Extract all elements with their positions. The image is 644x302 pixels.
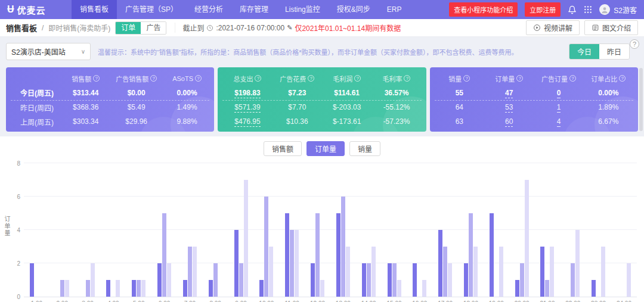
bar-昨日[interactable] — [290, 230, 294, 297]
bar-上周[interactable] — [550, 247, 554, 297]
bar-昨日[interactable] — [213, 263, 218, 297]
bar-昨日[interactable] — [137, 280, 141, 297]
tab-sales-volume[interactable]: 销量 — [349, 141, 380, 156]
bar-上周[interactable] — [525, 180, 529, 297]
bar-昨日[interactable] — [264, 197, 268, 297]
bar-今日[interactable] — [464, 263, 468, 297]
bar-昨日[interactable] — [60, 280, 64, 297]
bar-昨日[interactable] — [315, 213, 320, 297]
bar-今日[interactable] — [413, 263, 417, 297]
yesterday-button[interactable]: 昨日 — [599, 44, 629, 59]
tab-order-count[interactable]: 订单量 — [306, 141, 345, 156]
bar-今日[interactable] — [285, 213, 289, 297]
metric-value[interactable]: 0 — [557, 89, 561, 98]
ad-tab[interactable]: 广告 — [141, 22, 166, 34]
store-select[interactable]: S2演示店-美国站 ∨ — [6, 43, 91, 60]
bar-昨日[interactable] — [520, 263, 524, 297]
bar-上周[interactable] — [141, 280, 145, 297]
doc-intro-button[interactable]: 图文介绍 — [584, 20, 638, 35]
bar-上周[interactable] — [116, 280, 120, 297]
help-icon[interactable]: ? — [516, 75, 523, 82]
bar-今日[interactable] — [30, 263, 34, 297]
bar-今日[interactable] — [592, 280, 596, 297]
bar-昨日[interactable] — [341, 197, 345, 297]
nav-item-listing-monitor[interactable]: Listing监控 — [277, 0, 329, 19]
bar-今日[interactable] — [259, 280, 264, 297]
bar-今日[interactable] — [388, 263, 392, 297]
bar-上周[interactable] — [627, 263, 631, 297]
help-icon[interactable]: ? — [195, 75, 202, 82]
video-guide-button[interactable]: 视频讲解 — [526, 20, 580, 35]
metric-value[interactable]: 4 — [557, 117, 561, 127]
bar-昨日[interactable] — [162, 213, 166, 297]
metric-value[interactable]: 1 — [557, 103, 561, 113]
bar-上周[interactable] — [422, 280, 426, 297]
nav-item-erp[interactable]: ERP — [379, 0, 410, 19]
bar-今日[interactable] — [132, 280, 136, 297]
metric-value[interactable]: 53 — [505, 103, 513, 113]
bar-今日[interactable] — [362, 263, 366, 297]
bar-上周[interactable] — [295, 230, 299, 297]
bar-今日[interactable] — [540, 247, 544, 297]
metric-value[interactable]: 60 — [505, 117, 513, 127]
help-icon[interactable]: ? — [354, 75, 361, 82]
bar-上周[interactable] — [244, 180, 248, 297]
order-tab[interactable]: 订单 — [116, 22, 141, 34]
bar-上周[interactable] — [601, 247, 605, 297]
nav-item-inventory[interactable]: 库存管理 — [231, 0, 277, 19]
bar-昨日[interactable] — [188, 247, 192, 297]
help-icon[interactable]: ? — [150, 75, 157, 82]
help-circle-icon[interactable]: ? — [630, 39, 639, 49]
bar-昨日[interactable] — [443, 247, 447, 297]
bar-今日[interactable] — [106, 280, 110, 297]
bar-今日[interactable] — [183, 280, 187, 297]
metric-value[interactable]: $476.95 — [234, 117, 260, 127]
bar-今日[interactable] — [311, 263, 315, 297]
miniprogram-intro-button[interactable]: 查看小程序功能介绍 — [449, 2, 518, 17]
register-button[interactable]: 立即注册 — [525, 2, 561, 17]
bar-昨日[interactable] — [571, 263, 575, 297]
bar-上周[interactable] — [575, 230, 580, 297]
bar-上周[interactable] — [193, 247, 197, 297]
bar-上周[interactable] — [397, 280, 401, 297]
bar-今日[interactable] — [515, 280, 519, 297]
bar-上周[interactable] — [473, 247, 478, 297]
help-icon[interactable]: ? — [463, 75, 470, 82]
bar-今日[interactable] — [234, 230, 239, 297]
user-menu[interactable]: S2游客 — [599, 4, 637, 15]
help-icon[interactable]: ? — [255, 75, 261, 82]
edit-icon[interactable]: ✎ — [287, 24, 292, 32]
help-icon[interactable]: ? — [308, 75, 314, 82]
bar-上周[interactable] — [91, 263, 95, 297]
bar-上周[interactable] — [448, 263, 452, 297]
bar-昨日[interactable] — [239, 263, 243, 297]
today-button[interactable]: 今日 — [569, 44, 599, 59]
logo[interactable]: Ʉ 优麦云 — [7, 4, 72, 16]
nav-item-ad-management[interactable]: 广告管理（SP） — [117, 0, 186, 19]
help-icon[interactable]: ? — [569, 75, 576, 82]
bar-今日[interactable] — [336, 213, 340, 297]
scrollbar-thumb[interactable] — [639, 68, 643, 131]
bar-上周[interactable] — [346, 247, 350, 297]
nav-item-sales-board[interactable]: 销售看板 — [72, 0, 117, 19]
bar-今日[interactable] — [209, 280, 213, 297]
apps-grid-icon[interactable] — [584, 5, 592, 14]
help-icon[interactable]: ? — [93, 75, 100, 82]
bar-今日[interactable] — [157, 263, 162, 297]
bar-上周[interactable] — [371, 247, 376, 297]
bar-昨日[interactable] — [392, 263, 397, 297]
bell-icon[interactable] — [568, 5, 577, 14]
bar-昨日[interactable] — [86, 280, 90, 297]
bar-今日[interactable] — [438, 230, 442, 297]
metric-value[interactable]: $571.39 — [234, 103, 260, 113]
bar-昨日[interactable] — [469, 213, 473, 297]
bar-上周[interactable] — [269, 247, 273, 297]
help-icon[interactable]: ? — [404, 75, 410, 82]
bar-昨日[interactable] — [367, 263, 371, 297]
help-icon[interactable]: ? — [619, 75, 626, 82]
bar-上周[interactable] — [65, 280, 69, 297]
bar-上周[interactable] — [320, 280, 324, 297]
metric-value[interactable]: $198.83 — [234, 89, 260, 98]
bar-上周[interactable] — [499, 247, 503, 297]
nav-item-business-analysis[interactable]: 经营分析 — [186, 0, 231, 19]
